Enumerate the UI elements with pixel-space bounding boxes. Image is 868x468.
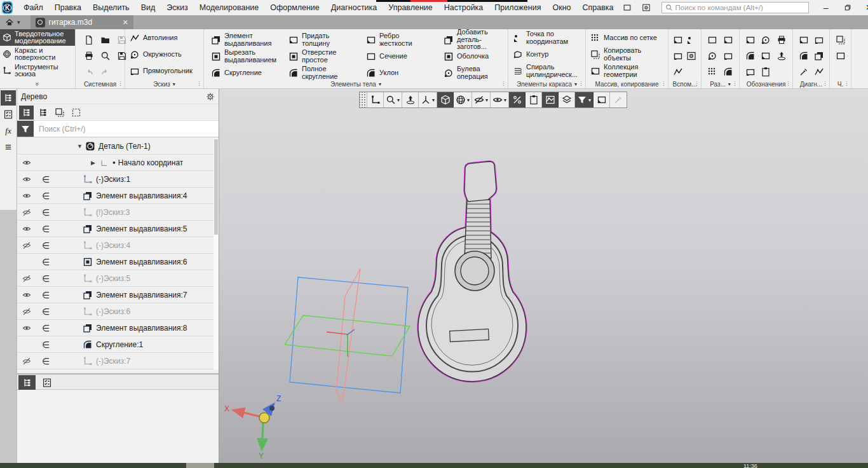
tree-row-part[interactable]: ▼ Деталь (Тел-1): [17, 138, 214, 155]
tree-item-label[interactable]: Начало координат: [118, 158, 184, 167]
open-document-button[interactable]: [98, 32, 112, 48]
layout-pencil2-button[interactable]: [722, 48, 735, 64]
triad-button[interactable]: ▾: [419, 92, 437, 107]
menu-select[interactable]: Выделить: [87, 1, 135, 14]
panel-parameters-button[interactable]: [1, 107, 16, 122]
diag-measure2-button[interactable]: [813, 32, 825, 48]
ch-button-1[interactable]: [834, 32, 846, 48]
menu-diagnostics[interactable]: Диагностика: [325, 1, 383, 14]
tree-item-label[interactable]: (-)Эскиз:1: [96, 175, 130, 184]
kompas-logo-icon[interactable]: K: [2, 1, 13, 14]
3d-viewport[interactable]: ▾ ▾ ▾ ▾ ▾ ▾: [219, 89, 868, 463]
aux-axis-button[interactable]: [673, 64, 683, 79]
tree-row-origin[interactable]: ▶ ● Начало координат: [17, 155, 214, 171]
autoline-button[interactable]: Автолиния: [128, 30, 201, 46]
aux-plane-button[interactable]: [673, 32, 683, 48]
plane-xy[interactable]: [290, 277, 408, 393]
tree-item-label[interactable]: (-)Эскиз:7: [96, 357, 130, 366]
tree-scrollbar[interactable]: [214, 138, 219, 369]
point-by-coords-button[interactable]: Точка по координатам: [511, 30, 586, 46]
tree-filter-button[interactable]: [17, 121, 34, 137]
add-stock-part-button[interactable]: Добавить деталь-заготов...: [442, 32, 513, 48]
menu-settings[interactable]: Настройка: [438, 1, 489, 14]
menu-edit[interactable]: Правка: [49, 1, 87, 14]
new-document-button[interactable]: [82, 32, 96, 48]
diag-check-button[interactable]: [797, 48, 810, 64]
grid-array-button[interactable]: Массив по сетке: [588, 30, 663, 46]
tree-item-label[interactable]: Элемент выдавливания:5: [96, 224, 187, 233]
notation-leader-button[interactable]: [744, 64, 757, 79]
tree-search-input[interactable]: [34, 121, 219, 137]
tree-item-label[interactable]: Деталь (Тел-1): [98, 142, 151, 151]
window-layout-icon[interactable]: [620, 2, 635, 13]
tree-item-label[interactable]: Элемент выдавливания:4: [96, 191, 187, 200]
tree-row-sketch[interactable]: ∈ (!)Эскиз:3: [17, 204, 214, 221]
modes-collapse[interactable]: »: [0, 79, 75, 88]
menu-layout[interactable]: Оформление: [264, 1, 325, 14]
notation-roughness-button[interactable]: [744, 32, 757, 48]
menu-file[interactable]: Файл: [18, 1, 49, 14]
tree-dashed-select-button[interactable]: [69, 106, 83, 120]
tree-row-sketch[interactable]: ∈ (-)Эскиз:5: [17, 270, 214, 287]
tree-row-sketch[interactable]: ∈ (-)Эскиз:1: [17, 171, 214, 188]
tree-row-extrude[interactable]: ∈ Элемент выдавливания:6: [17, 254, 214, 270]
home-dropdown-caret[interactable]: ▾: [17, 19, 20, 25]
diag-measure-button[interactable]: [797, 32, 810, 48]
minimize-button[interactable]: –: [815, 1, 837, 15]
layout-knife-button[interactable]: [722, 64, 735, 79]
panel-menu-button[interactable]: ≡: [1, 140, 16, 155]
visibility-eye-icon[interactable]: [17, 191, 36, 200]
orientation-button[interactable]: [402, 92, 419, 107]
cylindrical-spiral-button[interactable]: Спираль цилиндрическ...: [511, 63, 586, 79]
diag-mass-button[interactable]: [813, 48, 825, 64]
section-button[interactable]: Сечение: [364, 48, 435, 64]
show-objects-button[interactable]: ▾: [491, 92, 509, 107]
simple-hole-button[interactable]: Отверстие простое: [287, 48, 358, 64]
texture-view-button[interactable]: [542, 92, 559, 107]
layout-pencil-button[interactable]: [722, 32, 735, 48]
layout-circle-button[interactable]: [706, 48, 719, 64]
draft-button[interactable]: Уклон: [364, 65, 435, 81]
tree-item-label[interactable]: (!)Эскиз:3: [96, 208, 130, 217]
rib-button[interactable]: Ребро жесткости: [364, 32, 435, 48]
guitar-model[interactable]: [394, 146, 559, 388]
notation-position-button[interactable]: [760, 64, 773, 79]
tree-item-label[interactable]: (-)Эскиз:4: [96, 241, 130, 250]
measure-button[interactable]: [593, 92, 610, 107]
bottom-tab-tree[interactable]: [18, 375, 36, 390]
tree-item-label[interactable]: (-)Эскиз:6: [96, 307, 130, 316]
expand-caret-icon[interactable]: ▶: [91, 160, 98, 166]
tree-item-label[interactable]: Элемент выдавливания:8: [96, 324, 187, 333]
orientation-triad[interactable]: X Y Z: [219, 392, 292, 463]
tree-row-fillet[interactable]: ∈ Скругление:1: [17, 336, 214, 353]
expand-caret-icon[interactable]: ▼: [77, 143, 85, 149]
filter-objects-button[interactable]: ▾: [575, 92, 593, 107]
menu-view[interactable]: Вид: [135, 1, 161, 14]
menu-help[interactable]: Справка: [577, 1, 620, 14]
aux-plane2-button[interactable]: [673, 48, 683, 64]
visibility-eye-off-icon[interactable]: [17, 208, 36, 217]
tree-settings-gear-icon[interactable]: [206, 92, 215, 101]
panel-tree-button[interactable]: [1, 90, 16, 106]
tree-row-extrude[interactable]: ∈ Элемент выдавливания:4: [17, 188, 214, 204]
ch-button-2[interactable]: [834, 48, 846, 64]
visibility-eye-icon[interactable]: [17, 324, 36, 333]
mode-frame-surfaces[interactable]: Каркас и поверхности: [0, 46, 75, 62]
aux-point-button[interactable]: [686, 32, 696, 48]
notation-tolerance-button[interactable]: [760, 32, 773, 48]
layers-button[interactable]: [559, 92, 575, 107]
rectangle-button[interactable]: Прямоугольник: [128, 63, 201, 79]
diag-question-button[interactable]: [813, 64, 825, 79]
extrude-button[interactable]: Элемент выдавливания: [209, 32, 280, 48]
mode-sketch-tools[interactable]: Инструменты эскиза: [0, 62, 75, 79]
geometry-collection-button[interactable]: Коллекция геометрии: [588, 63, 663, 79]
close-button[interactable]: ×: [858, 1, 868, 15]
tree-row-extrude[interactable]: ∈ Элемент выдавливания:7: [17, 287, 214, 303]
layout-frame-button[interactable]: [706, 32, 719, 48]
visibility-eye-off-icon[interactable]: [17, 274, 36, 283]
settings-frame-icon[interactable]: [639, 2, 654, 13]
menu-management[interactable]: Управление: [383, 1, 438, 14]
tree-item-label[interactable]: (-)Эскиз:5: [96, 274, 130, 283]
boolean-button[interactable]: Булева операция: [442, 65, 513, 81]
visibility-eye-icon[interactable]: [17, 175, 36, 184]
